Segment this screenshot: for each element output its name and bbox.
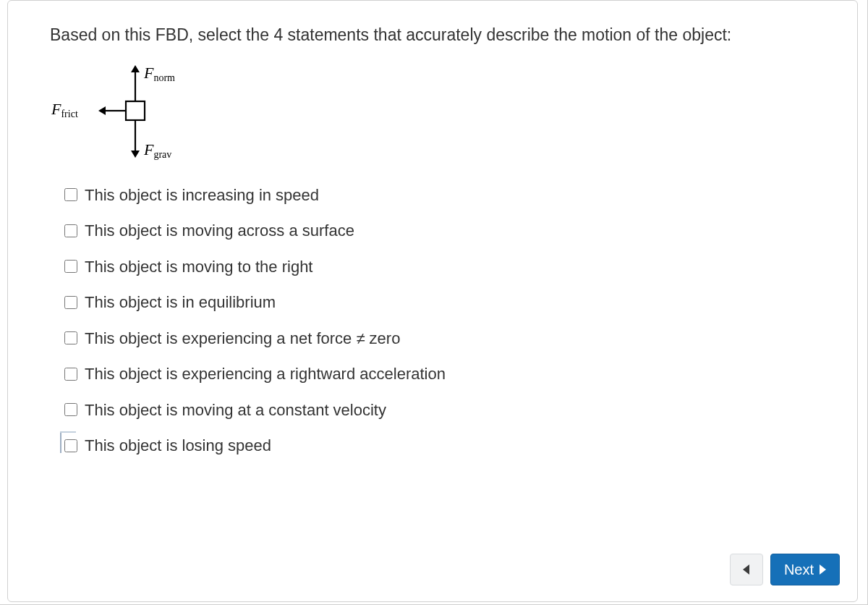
option-label: This object is increasing in speed: [85, 185, 319, 206]
svg-text:Fgrav: Fgrav: [143, 140, 171, 160]
chevron-left-icon: [743, 564, 749, 575]
option-checkbox[interactable]: [64, 188, 77, 201]
svg-text:Ffrict: Ffrict: [51, 100, 78, 119]
option-row[interactable]: This object is moving at a constant velo…: [64, 400, 815, 420]
option-label: This object is moving at a constant velo…: [85, 400, 386, 420]
option-checkbox[interactable]: [64, 296, 77, 309]
option-checkbox[interactable]: [64, 368, 77, 381]
page-container: Based on this FBD, select the 4 statemen…: [0, 0, 868, 605]
question-text: Based on this FBD, select the 4 statemen…: [50, 22, 815, 48]
option-row[interactable]: This object is experiencing a net force …: [64, 329, 815, 349]
option-checkbox[interactable]: [64, 260, 77, 273]
option-checkbox[interactable]: [64, 224, 77, 237]
option-checkbox[interactable]: [64, 439, 77, 452]
fbd-svg: Fnorm Ffrict Fgrav: [50, 61, 209, 169]
option-checkbox[interactable]: [64, 331, 77, 344]
option-checkbox[interactable]: [64, 403, 77, 416]
option-label: This object is in equilibrium: [85, 292, 276, 313]
option-row[interactable]: This object is losing speed: [64, 436, 815, 456]
svg-marker-2: [131, 65, 140, 72]
option-row[interactable]: This object is in equilibrium: [64, 292, 815, 313]
option-row[interactable]: This object is moving to the right: [64, 257, 815, 277]
option-label: This object is moving across a surface: [85, 221, 354, 241]
question-card: Based on this FBD, select the 4 statemen…: [7, 0, 858, 602]
option-label: This object is experiencing a net force …: [85, 329, 400, 349]
chevron-right-icon: [820, 564, 826, 575]
option-row[interactable]: This object is moving across a surface: [64, 221, 815, 241]
next-button[interactable]: Next: [770, 554, 840, 585]
svg-text:Fnorm: Fnorm: [143, 64, 175, 83]
svg-rect-0: [126, 101, 145, 120]
option-label: This object is losing speed: [85, 436, 271, 456]
option-label: This object is experiencing a rightward …: [85, 364, 446, 384]
svg-marker-4: [131, 151, 140, 158]
option-label: This object is moving to the right: [85, 257, 312, 277]
option-row[interactable]: This object is increasing in speed: [64, 185, 815, 206]
free-body-diagram: Fnorm Ffrict Fgrav: [50, 61, 209, 169]
next-button-label: Next: [784, 562, 814, 578]
options-list: This object is increasing in speed This …: [64, 185, 815, 456]
option-row[interactable]: This object is experiencing a rightward …: [64, 364, 815, 384]
nav-buttons: Next: [730, 554, 840, 585]
prev-button[interactable]: [730, 554, 763, 585]
svg-marker-6: [98, 106, 106, 115]
